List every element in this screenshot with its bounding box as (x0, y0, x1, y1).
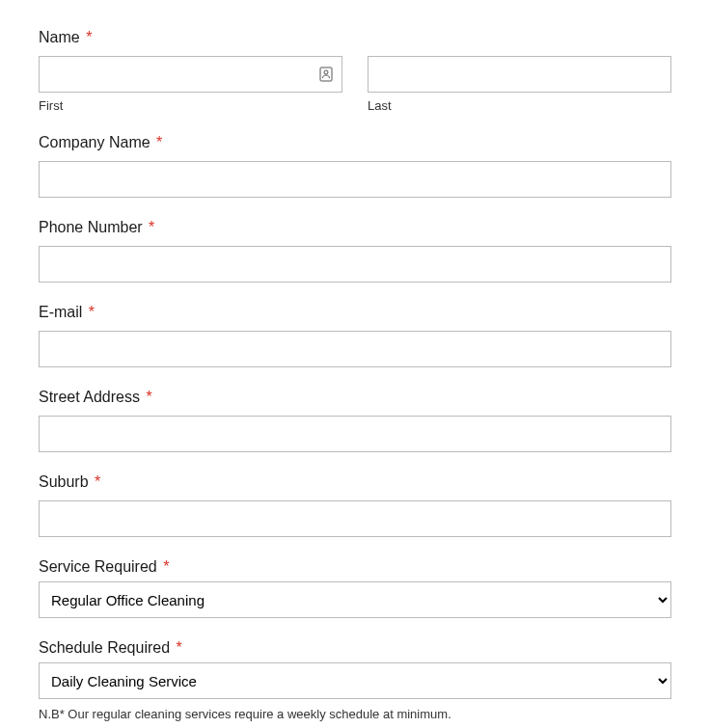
first-name-input[interactable] (39, 56, 342, 93)
street-input[interactable] (39, 416, 671, 452)
street-label: Street Address * (39, 389, 671, 406)
schedule-select[interactable]: Daily Cleaning Service (39, 662, 671, 699)
required-marker: * (163, 558, 169, 575)
last-name-col: Last (368, 56, 671, 113)
schedule-field-group: Schedule Required * Daily Cleaning Servi… (39, 639, 671, 721)
first-name-wrapper (39, 56, 342, 93)
last-name-input[interactable] (368, 56, 671, 93)
name-field-group: Name * First Last (39, 29, 671, 113)
company-label: Company Name * (39, 134, 671, 151)
required-marker: * (95, 473, 100, 490)
street-label-text: Street Address (39, 389, 140, 405)
phone-input[interactable] (39, 246, 671, 283)
company-input[interactable] (39, 161, 671, 198)
street-field-group: Street Address * (39, 389, 671, 452)
service-field-group: Service Required * Regular Office Cleani… (39, 558, 671, 618)
required-marker: * (177, 639, 182, 656)
phone-label-text: Phone Number (39, 219, 143, 235)
service-label: Service Required * (39, 558, 671, 576)
suburb-input[interactable] (39, 500, 671, 537)
suburb-label: Suburb * (39, 473, 671, 491)
email-field-group: E-mail * (39, 304, 671, 367)
first-name-sublabel: First (39, 98, 342, 113)
suburb-field-group: Suburb * (39, 473, 671, 537)
contact-form: Name * First Last (39, 29, 671, 728)
name-label-text: Name (39, 29, 80, 45)
service-label-text: Service Required (39, 558, 157, 575)
suburb-label-text: Suburb (39, 473, 89, 490)
required-marker: * (149, 219, 154, 235)
phone-field-group: Phone Number * (39, 219, 671, 283)
required-marker: * (156, 134, 162, 150)
required-marker: * (86, 29, 92, 45)
company-label-text: Company Name (39, 134, 150, 150)
schedule-label-text: Schedule Required (39, 639, 170, 656)
email-input[interactable] (39, 331, 671, 367)
email-label-text: E-mail (39, 304, 82, 320)
required-marker: * (146, 389, 151, 405)
company-field-group: Company Name * (39, 134, 671, 198)
name-row: First Last (39, 56, 671, 113)
email-label: E-mail * (39, 304, 671, 321)
name-label: Name * (39, 29, 671, 46)
phone-label: Phone Number * (39, 219, 671, 236)
required-marker: * (89, 304, 95, 320)
schedule-label: Schedule Required * (39, 639, 671, 657)
last-name-sublabel: Last (368, 98, 671, 113)
service-select[interactable]: Regular Office Cleaning (39, 581, 671, 618)
schedule-hint: N.B* Our regular cleaning services requi… (39, 707, 671, 721)
first-name-col: First (39, 56, 342, 113)
